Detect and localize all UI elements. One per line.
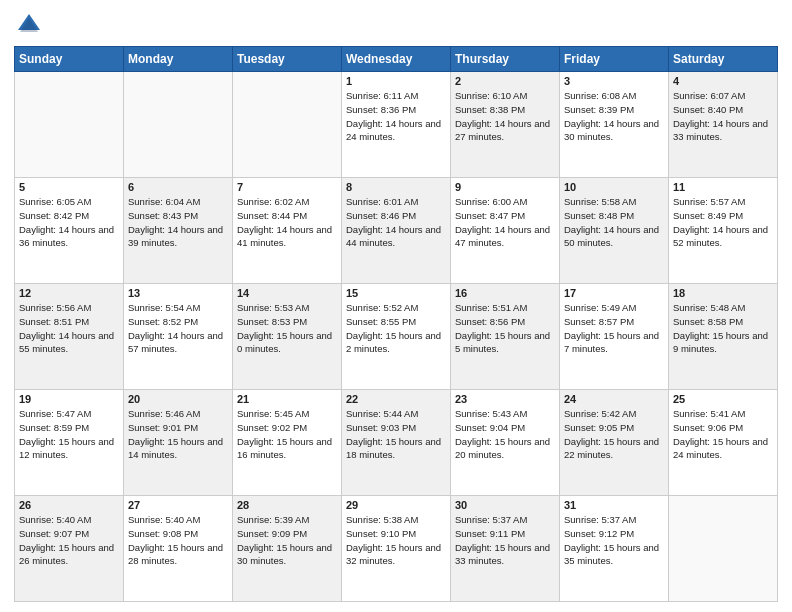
day-number: 24 — [564, 393, 664, 405]
calendar-cell: 30Sunrise: 5:37 AM Sunset: 9:11 PM Dayli… — [451, 496, 560, 602]
day-number: 25 — [673, 393, 773, 405]
day-number: 22 — [346, 393, 446, 405]
calendar-week-row: 26Sunrise: 5:40 AM Sunset: 9:07 PM Dayli… — [15, 496, 778, 602]
day-info: Sunrise: 5:42 AM Sunset: 9:05 PM Dayligh… — [564, 407, 664, 462]
calendar-week-row: 1Sunrise: 6:11 AM Sunset: 8:36 PM Daylig… — [15, 72, 778, 178]
day-number: 23 — [455, 393, 555, 405]
day-info: Sunrise: 6:00 AM Sunset: 8:47 PM Dayligh… — [455, 195, 555, 250]
day-info: Sunrise: 6:05 AM Sunset: 8:42 PM Dayligh… — [19, 195, 119, 250]
day-number: 7 — [237, 181, 337, 193]
day-info: Sunrise: 5:39 AM Sunset: 9:09 PM Dayligh… — [237, 513, 337, 568]
calendar-cell: 21Sunrise: 5:45 AM Sunset: 9:02 PM Dayli… — [233, 390, 342, 496]
calendar-table: SundayMondayTuesdayWednesdayThursdayFrid… — [14, 46, 778, 602]
day-number: 8 — [346, 181, 446, 193]
calendar-cell: 1Sunrise: 6:11 AM Sunset: 8:36 PM Daylig… — [342, 72, 451, 178]
day-info: Sunrise: 6:04 AM Sunset: 8:43 PM Dayligh… — [128, 195, 228, 250]
day-number: 10 — [564, 181, 664, 193]
calendar-cell: 2Sunrise: 6:10 AM Sunset: 8:38 PM Daylig… — [451, 72, 560, 178]
day-info: Sunrise: 5:56 AM Sunset: 8:51 PM Dayligh… — [19, 301, 119, 356]
logo — [14, 10, 48, 40]
day-info: Sunrise: 5:57 AM Sunset: 8:49 PM Dayligh… — [673, 195, 773, 250]
day-number: 11 — [673, 181, 773, 193]
day-info: Sunrise: 6:08 AM Sunset: 8:39 PM Dayligh… — [564, 89, 664, 144]
calendar-cell: 4Sunrise: 6:07 AM Sunset: 8:40 PM Daylig… — [669, 72, 778, 178]
calendar-header-wednesday: Wednesday — [342, 47, 451, 72]
calendar-cell: 28Sunrise: 5:39 AM Sunset: 9:09 PM Dayli… — [233, 496, 342, 602]
calendar-week-row: 5Sunrise: 6:05 AM Sunset: 8:42 PM Daylig… — [15, 178, 778, 284]
day-info: Sunrise: 5:51 AM Sunset: 8:56 PM Dayligh… — [455, 301, 555, 356]
day-number: 28 — [237, 499, 337, 511]
day-info: Sunrise: 5:41 AM Sunset: 9:06 PM Dayligh… — [673, 407, 773, 462]
day-number: 29 — [346, 499, 446, 511]
calendar-cell — [15, 72, 124, 178]
day-info: Sunrise: 5:38 AM Sunset: 9:10 PM Dayligh… — [346, 513, 446, 568]
day-number: 18 — [673, 287, 773, 299]
calendar-week-row: 19Sunrise: 5:47 AM Sunset: 8:59 PM Dayli… — [15, 390, 778, 496]
day-info: Sunrise: 5:37 AM Sunset: 9:11 PM Dayligh… — [455, 513, 555, 568]
calendar-header-row: SundayMondayTuesdayWednesdayThursdayFrid… — [15, 47, 778, 72]
calendar-cell: 27Sunrise: 5:40 AM Sunset: 9:08 PM Dayli… — [124, 496, 233, 602]
calendar-cell: 15Sunrise: 5:52 AM Sunset: 8:55 PM Dayli… — [342, 284, 451, 390]
day-number: 12 — [19, 287, 119, 299]
logo-icon — [14, 10, 44, 40]
calendar-cell: 23Sunrise: 5:43 AM Sunset: 9:04 PM Dayli… — [451, 390, 560, 496]
day-number: 17 — [564, 287, 664, 299]
day-info: Sunrise: 5:46 AM Sunset: 9:01 PM Dayligh… — [128, 407, 228, 462]
calendar-header-thursday: Thursday — [451, 47, 560, 72]
day-number: 16 — [455, 287, 555, 299]
day-number: 5 — [19, 181, 119, 193]
calendar-cell: 10Sunrise: 5:58 AM Sunset: 8:48 PM Dayli… — [560, 178, 669, 284]
calendar-header-monday: Monday — [124, 47, 233, 72]
calendar-cell — [233, 72, 342, 178]
day-number: 4 — [673, 75, 773, 87]
header — [14, 10, 778, 40]
day-info: Sunrise: 5:44 AM Sunset: 9:03 PM Dayligh… — [346, 407, 446, 462]
day-number: 6 — [128, 181, 228, 193]
day-info: Sunrise: 5:58 AM Sunset: 8:48 PM Dayligh… — [564, 195, 664, 250]
day-info: Sunrise: 5:43 AM Sunset: 9:04 PM Dayligh… — [455, 407, 555, 462]
page: SundayMondayTuesdayWednesdayThursdayFrid… — [0, 0, 792, 612]
day-info: Sunrise: 6:07 AM Sunset: 8:40 PM Dayligh… — [673, 89, 773, 144]
calendar-cell: 29Sunrise: 5:38 AM Sunset: 9:10 PM Dayli… — [342, 496, 451, 602]
day-number: 15 — [346, 287, 446, 299]
calendar-header-sunday: Sunday — [15, 47, 124, 72]
calendar-cell: 17Sunrise: 5:49 AM Sunset: 8:57 PM Dayli… — [560, 284, 669, 390]
day-info: Sunrise: 6:02 AM Sunset: 8:44 PM Dayligh… — [237, 195, 337, 250]
day-number: 14 — [237, 287, 337, 299]
day-info: Sunrise: 5:45 AM Sunset: 9:02 PM Dayligh… — [237, 407, 337, 462]
calendar-header-tuesday: Tuesday — [233, 47, 342, 72]
calendar-cell: 8Sunrise: 6:01 AM Sunset: 8:46 PM Daylig… — [342, 178, 451, 284]
day-info: Sunrise: 5:40 AM Sunset: 9:08 PM Dayligh… — [128, 513, 228, 568]
day-number: 1 — [346, 75, 446, 87]
day-number: 9 — [455, 181, 555, 193]
calendar-cell: 22Sunrise: 5:44 AM Sunset: 9:03 PM Dayli… — [342, 390, 451, 496]
calendar-cell: 3Sunrise: 6:08 AM Sunset: 8:39 PM Daylig… — [560, 72, 669, 178]
calendar-header-saturday: Saturday — [669, 47, 778, 72]
day-info: Sunrise: 5:40 AM Sunset: 9:07 PM Dayligh… — [19, 513, 119, 568]
calendar-cell: 18Sunrise: 5:48 AM Sunset: 8:58 PM Dayli… — [669, 284, 778, 390]
day-number: 21 — [237, 393, 337, 405]
day-info: Sunrise: 5:47 AM Sunset: 8:59 PM Dayligh… — [19, 407, 119, 462]
day-info: Sunrise: 5:52 AM Sunset: 8:55 PM Dayligh… — [346, 301, 446, 356]
day-info: Sunrise: 5:53 AM Sunset: 8:53 PM Dayligh… — [237, 301, 337, 356]
calendar-cell: 19Sunrise: 5:47 AM Sunset: 8:59 PM Dayli… — [15, 390, 124, 496]
calendar-cell: 14Sunrise: 5:53 AM Sunset: 8:53 PM Dayli… — [233, 284, 342, 390]
calendar-cell: 16Sunrise: 5:51 AM Sunset: 8:56 PM Dayli… — [451, 284, 560, 390]
calendar-cell: 25Sunrise: 5:41 AM Sunset: 9:06 PM Dayli… — [669, 390, 778, 496]
day-info: Sunrise: 6:01 AM Sunset: 8:46 PM Dayligh… — [346, 195, 446, 250]
calendar-cell: 20Sunrise: 5:46 AM Sunset: 9:01 PM Dayli… — [124, 390, 233, 496]
day-info: Sunrise: 6:11 AM Sunset: 8:36 PM Dayligh… — [346, 89, 446, 144]
calendar-week-row: 12Sunrise: 5:56 AM Sunset: 8:51 PM Dayli… — [15, 284, 778, 390]
calendar-cell: 9Sunrise: 6:00 AM Sunset: 8:47 PM Daylig… — [451, 178, 560, 284]
calendar-cell: 26Sunrise: 5:40 AM Sunset: 9:07 PM Dayli… — [15, 496, 124, 602]
day-info: Sunrise: 6:10 AM Sunset: 8:38 PM Dayligh… — [455, 89, 555, 144]
day-info: Sunrise: 5:37 AM Sunset: 9:12 PM Dayligh… — [564, 513, 664, 568]
calendar-header-friday: Friday — [560, 47, 669, 72]
day-number: 13 — [128, 287, 228, 299]
calendar-cell: 24Sunrise: 5:42 AM Sunset: 9:05 PM Dayli… — [560, 390, 669, 496]
day-info: Sunrise: 5:49 AM Sunset: 8:57 PM Dayligh… — [564, 301, 664, 356]
calendar-cell: 12Sunrise: 5:56 AM Sunset: 8:51 PM Dayli… — [15, 284, 124, 390]
calendar-cell: 11Sunrise: 5:57 AM Sunset: 8:49 PM Dayli… — [669, 178, 778, 284]
day-number: 20 — [128, 393, 228, 405]
day-number: 19 — [19, 393, 119, 405]
